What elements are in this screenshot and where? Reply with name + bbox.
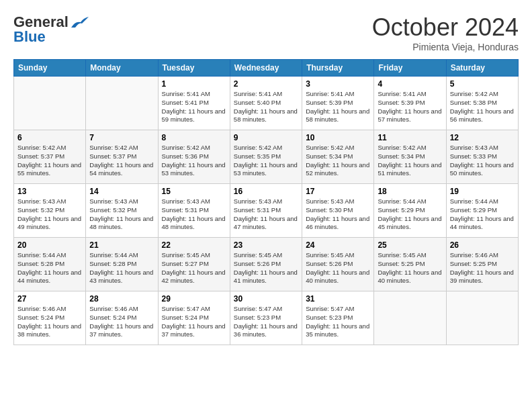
calendar-cell: 10Sunrise: 5:42 AM Sunset: 5:34 PM Dayli… bbox=[302, 130, 374, 184]
day-info: Sunrise: 5:42 AM Sunset: 5:37 PM Dayligh… bbox=[17, 144, 82, 178]
calendar-cell: 29Sunrise: 5:47 AM Sunset: 5:24 PM Dayli… bbox=[158, 291, 230, 345]
day-number: 27 bbox=[17, 294, 82, 304]
week-row-4: 20Sunrise: 5:44 AM Sunset: 5:28 PM Dayli… bbox=[14, 238, 519, 291]
calendar-header: SundayMondayTuesdayWednesdayThursdayFrid… bbox=[14, 60, 519, 77]
calendar-cell: 8Sunrise: 5:42 AM Sunset: 5:36 PM Daylig… bbox=[158, 130, 230, 184]
header-cell-sunday: Sunday bbox=[14, 60, 86, 77]
day-number: 29 bbox=[162, 294, 226, 304]
day-number: 15 bbox=[162, 187, 226, 196]
day-info: Sunrise: 5:41 AM Sunset: 5:40 PM Dayligh… bbox=[234, 90, 298, 124]
day-number: 14 bbox=[89, 187, 154, 196]
day-info: Sunrise: 5:43 AM Sunset: 5:31 PM Dayligh… bbox=[162, 197, 226, 232]
day-number: 4 bbox=[378, 79, 442, 89]
calendar-body: 1Sunrise: 5:41 AM Sunset: 5:41 PM Daylig… bbox=[14, 77, 519, 345]
day-number: 16 bbox=[234, 187, 298, 196]
calendar-cell: 21Sunrise: 5:44 AM Sunset: 5:28 PM Dayli… bbox=[86, 238, 158, 291]
calendar-cell: 25Sunrise: 5:45 AM Sunset: 5:25 PM Dayli… bbox=[374, 238, 446, 291]
day-number: 20 bbox=[17, 240, 82, 250]
logo-blue-text: Blue bbox=[13, 28, 46, 46]
calendar-cell bbox=[86, 77, 158, 130]
day-number: 30 bbox=[234, 294, 298, 304]
day-number: 25 bbox=[378, 240, 442, 250]
calendar-cell: 1Sunrise: 5:41 AM Sunset: 5:41 PM Daylig… bbox=[158, 77, 230, 130]
header-cell-saturday: Saturday bbox=[446, 60, 518, 77]
calendar-cell bbox=[374, 291, 446, 345]
header-cell-friday: Friday bbox=[374, 60, 446, 77]
day-number: 9 bbox=[234, 133, 298, 142]
day-info: Sunrise: 5:46 AM Sunset: 5:25 PM Dayligh… bbox=[450, 251, 515, 285]
day-number: 24 bbox=[306, 240, 370, 250]
header-cell-tuesday: Tuesday bbox=[158, 60, 230, 77]
header: General Blue October 2024 Pimienta Vieja… bbox=[13, 13, 519, 52]
calendar-cell: 19Sunrise: 5:44 AM Sunset: 5:29 PM Dayli… bbox=[446, 184, 518, 238]
day-number: 10 bbox=[306, 133, 370, 142]
calendar-cell: 17Sunrise: 5:43 AM Sunset: 5:30 PM Dayli… bbox=[302, 184, 374, 238]
day-info: Sunrise: 5:42 AM Sunset: 5:37 PM Dayligh… bbox=[89, 144, 154, 178]
title-area: October 2024 Pimienta Vieja, Honduras bbox=[372, 13, 519, 52]
day-info: Sunrise: 5:45 AM Sunset: 5:26 PM Dayligh… bbox=[306, 251, 370, 285]
day-number: 21 bbox=[89, 240, 154, 250]
day-info: Sunrise: 5:45 AM Sunset: 5:27 PM Dayligh… bbox=[162, 251, 226, 285]
calendar-cell: 16Sunrise: 5:43 AM Sunset: 5:31 PM Dayli… bbox=[230, 184, 302, 238]
calendar-cell: 26Sunrise: 5:46 AM Sunset: 5:25 PM Dayli… bbox=[446, 238, 518, 291]
day-number: 23 bbox=[234, 240, 298, 250]
day-info: Sunrise: 5:43 AM Sunset: 5:32 PM Dayligh… bbox=[89, 197, 154, 232]
calendar-cell: 20Sunrise: 5:44 AM Sunset: 5:28 PM Dayli… bbox=[14, 238, 86, 291]
location-subtitle: Pimienta Vieja, Honduras bbox=[372, 42, 519, 52]
day-number: 18 bbox=[378, 187, 442, 196]
calendar-cell: 4Sunrise: 5:41 AM Sunset: 5:39 PM Daylig… bbox=[374, 77, 446, 130]
day-number: 12 bbox=[450, 133, 515, 142]
calendar-table: SundayMondayTuesdayWednesdayThursdayFrid… bbox=[13, 59, 519, 345]
day-info: Sunrise: 5:42 AM Sunset: 5:34 PM Dayligh… bbox=[306, 144, 370, 178]
day-info: Sunrise: 5:45 AM Sunset: 5:26 PM Dayligh… bbox=[234, 251, 298, 285]
day-number: 26 bbox=[450, 240, 515, 250]
day-info: Sunrise: 5:43 AM Sunset: 5:30 PM Dayligh… bbox=[306, 197, 370, 232]
calendar-cell: 14Sunrise: 5:43 AM Sunset: 5:32 PM Dayli… bbox=[86, 184, 158, 238]
day-info: Sunrise: 5:44 AM Sunset: 5:29 PM Dayligh… bbox=[378, 197, 442, 232]
calendar-cell: 2Sunrise: 5:41 AM Sunset: 5:40 PM Daylig… bbox=[230, 77, 302, 130]
day-info: Sunrise: 5:42 AM Sunset: 5:35 PM Dayligh… bbox=[234, 144, 298, 178]
day-number: 8 bbox=[162, 133, 226, 142]
calendar-cell: 9Sunrise: 5:42 AM Sunset: 5:35 PM Daylig… bbox=[230, 130, 302, 184]
day-info: Sunrise: 5:44 AM Sunset: 5:29 PM Dayligh… bbox=[450, 197, 515, 232]
calendar-cell: 15Sunrise: 5:43 AM Sunset: 5:31 PM Dayli… bbox=[158, 184, 230, 238]
week-row-3: 13Sunrise: 5:43 AM Sunset: 5:32 PM Dayli… bbox=[14, 184, 519, 238]
header-row: SundayMondayTuesdayWednesdayThursdayFrid… bbox=[14, 60, 519, 77]
calendar-cell: 23Sunrise: 5:45 AM Sunset: 5:26 PM Dayli… bbox=[230, 238, 302, 291]
week-row-1: 1Sunrise: 5:41 AM Sunset: 5:41 PM Daylig… bbox=[14, 77, 519, 130]
day-info: Sunrise: 5:47 AM Sunset: 5:23 PM Dayligh… bbox=[234, 305, 298, 339]
week-row-2: 6Sunrise: 5:42 AM Sunset: 5:37 PM Daylig… bbox=[14, 130, 519, 184]
day-info: Sunrise: 5:43 AM Sunset: 5:33 PM Dayligh… bbox=[450, 144, 515, 178]
calendar-cell: 6Sunrise: 5:42 AM Sunset: 5:37 PM Daylig… bbox=[14, 130, 86, 184]
day-info: Sunrise: 5:47 AM Sunset: 5:23 PM Dayligh… bbox=[306, 305, 370, 339]
month-title: October 2024 bbox=[372, 13, 519, 42]
day-number: 7 bbox=[89, 133, 154, 142]
day-number: 19 bbox=[450, 187, 515, 196]
day-number: 28 bbox=[89, 294, 154, 304]
day-info: Sunrise: 5:43 AM Sunset: 5:32 PM Dayligh… bbox=[17, 197, 82, 232]
logo: General Blue bbox=[13, 13, 89, 46]
calendar-cell bbox=[446, 291, 518, 345]
calendar-cell: 18Sunrise: 5:44 AM Sunset: 5:29 PM Dayli… bbox=[374, 184, 446, 238]
day-info: Sunrise: 5:41 AM Sunset: 5:39 PM Dayligh… bbox=[378, 90, 442, 124]
day-info: Sunrise: 5:41 AM Sunset: 5:39 PM Dayligh… bbox=[306, 90, 370, 124]
day-number: 1 bbox=[162, 79, 226, 89]
day-info: Sunrise: 5:42 AM Sunset: 5:38 PM Dayligh… bbox=[450, 90, 515, 124]
day-info: Sunrise: 5:45 AM Sunset: 5:25 PM Dayligh… bbox=[378, 251, 442, 285]
calendar-cell: 5Sunrise: 5:42 AM Sunset: 5:38 PM Daylig… bbox=[446, 77, 518, 130]
day-info: Sunrise: 5:44 AM Sunset: 5:28 PM Dayligh… bbox=[89, 251, 154, 285]
day-info: Sunrise: 5:47 AM Sunset: 5:24 PM Dayligh… bbox=[162, 305, 226, 339]
day-number: 2 bbox=[234, 79, 298, 89]
calendar-cell: 13Sunrise: 5:43 AM Sunset: 5:32 PM Dayli… bbox=[14, 184, 86, 238]
day-number: 5 bbox=[450, 79, 515, 89]
day-number: 6 bbox=[17, 133, 82, 142]
day-number: 31 bbox=[306, 294, 370, 304]
calendar-cell: 22Sunrise: 5:45 AM Sunset: 5:27 PM Dayli… bbox=[158, 238, 230, 291]
week-row-5: 27Sunrise: 5:46 AM Sunset: 5:24 PM Dayli… bbox=[14, 291, 519, 345]
day-info: Sunrise: 5:41 AM Sunset: 5:41 PM Dayligh… bbox=[162, 90, 226, 124]
day-number: 3 bbox=[306, 79, 370, 89]
calendar-cell: 28Sunrise: 5:46 AM Sunset: 5:24 PM Dayli… bbox=[86, 291, 158, 345]
day-number: 11 bbox=[378, 133, 442, 142]
day-number: 22 bbox=[162, 240, 226, 250]
header-cell-wednesday: Wednesday bbox=[230, 60, 302, 77]
